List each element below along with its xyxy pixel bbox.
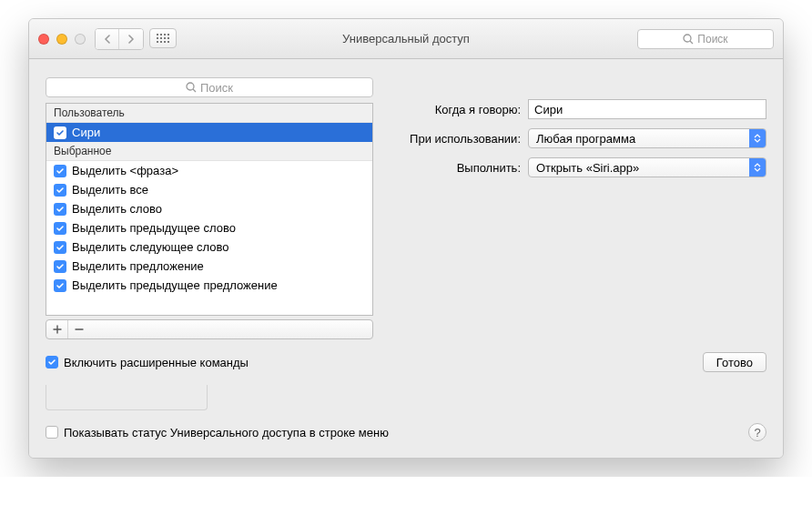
- checkbox-icon[interactable]: [54, 241, 66, 254]
- list-item[interactable]: Выделить предыдущее слово: [46, 218, 372, 237]
- list-item-label: Сири: [72, 126, 100, 139]
- svg-rect-8: [157, 41, 158, 43]
- list-item-label: Выделить предыдущее предложение: [72, 278, 278, 292]
- checkbox-icon[interactable]: [54, 222, 66, 235]
- svg-line-13: [690, 41, 693, 44]
- perform-popup[interactable]: Открыть «Siri.app»: [528, 157, 766, 177]
- commands-sheet: Поиск Пользователь Сири Выбранное: [46, 68, 766, 372]
- add-remove-control: [46, 319, 373, 339]
- back-button[interactable]: [96, 29, 119, 49]
- enable-advanced-label: Включить расширенные команды: [64, 356, 249, 369]
- commands-search-placeholder: Поиск: [200, 81, 233, 95]
- search-icon: [186, 82, 197, 93]
- perform-value: Открыть «Siri.app»: [536, 161, 639, 175]
- chevron-left-icon: [104, 35, 111, 44]
- list-item[interactable]: Выделить слово: [46, 199, 372, 218]
- add-button[interactable]: [46, 320, 68, 338]
- list-item-label: Выделить следующее слово: [72, 240, 229, 254]
- while-using-popup[interactable]: Любая программа: [528, 128, 766, 148]
- toolbar-nav: [95, 28, 177, 50]
- group-header-favorites: Выбранное: [46, 142, 372, 161]
- window-body: Поиск Пользователь Сири Выбранное: [29, 59, 783, 458]
- list-item[interactable]: Выделить предыдущее предложение: [46, 276, 372, 295]
- enable-advanced-commands[interactable]: Включить расширенные команды: [46, 356, 249, 369]
- minus-icon: [75, 325, 84, 334]
- updown-icon: [749, 129, 766, 147]
- svg-rect-2: [164, 34, 166, 35]
- commands-list[interactable]: Пользователь Сири Выбранное Выделить <фр…: [46, 103, 373, 316]
- zoom-window-button[interactable]: [75, 34, 86, 45]
- checkbox-icon[interactable]: [54, 279, 66, 292]
- show-all-button[interactable]: [149, 28, 177, 48]
- traffic-lights: [38, 34, 86, 45]
- help-button[interactable]: ?: [748, 423, 766, 441]
- list-item[interactable]: Выделить <фраза>: [46, 161, 372, 180]
- close-window-button[interactable]: [38, 34, 49, 45]
- toolbar-search[interactable]: Поиск: [637, 29, 774, 49]
- svg-rect-0: [157, 34, 158, 35]
- background-box: [46, 385, 208, 410]
- perform-label: Выполнить:: [386, 161, 528, 175]
- left-pane: Поиск Пользователь Сири Выбранное: [46, 77, 373, 339]
- checkbox-icon[interactable]: [54, 260, 66, 273]
- list-item-label: Выделить все: [72, 183, 148, 197]
- right-pane: Когда я говорю: При использовании: Любая…: [386, 77, 766, 339]
- done-button[interactable]: Готово: [703, 352, 766, 372]
- while-using-label: При использовании:: [386, 132, 528, 146]
- minimize-window-button[interactable]: [56, 34, 67, 45]
- group-header-user: Пользователь: [46, 104, 372, 123]
- plus-icon: [53, 325, 62, 334]
- checkbox-icon[interactable]: [54, 203, 66, 216]
- svg-rect-4: [157, 37, 158, 39]
- commands-search[interactable]: Поиск: [46, 77, 373, 97]
- nav-seg: [95, 28, 144, 50]
- checkbox-icon[interactable]: [54, 126, 66, 139]
- search-icon: [683, 34, 694, 45]
- while-using-value: Любая программа: [536, 132, 635, 146]
- checkbox-icon[interactable]: [54, 184, 66, 197]
- updown-icon: [749, 158, 766, 177]
- when-i-say-input[interactable]: [528, 99, 766, 119]
- when-i-say-label: Когда я говорю:: [386, 103, 528, 116]
- svg-rect-6: [164, 37, 166, 39]
- list-item-label: Выделить слово: [72, 202, 162, 216]
- svg-point-12: [684, 35, 691, 42]
- svg-rect-5: [160, 37, 162, 39]
- toolbar-search-placeholder: Поиск: [697, 33, 727, 45]
- svg-rect-10: [164, 41, 166, 43]
- checkbox-icon: [46, 356, 58, 369]
- list-item[interactable]: Выделить все: [46, 180, 372, 199]
- remove-button[interactable]: [68, 320, 90, 338]
- list-item[interactable]: Выделить следующее слово: [46, 237, 372, 257]
- svg-rect-9: [160, 41, 162, 43]
- checkbox-icon[interactable]: [54, 165, 66, 177]
- list-item-label: Выделить предыдущее слово: [72, 221, 236, 235]
- svg-point-14: [187, 83, 194, 90]
- show-status-label: Показывать статус Универсального доступа…: [64, 426, 389, 439]
- forward-button[interactable]: [119, 29, 143, 49]
- list-item-label: Выделить предложение: [72, 259, 204, 273]
- list-item[interactable]: Сири: [46, 123, 372, 142]
- show-status-in-menubar[interactable]: Показывать статус Универсального доступа…: [46, 426, 389, 439]
- svg-rect-3: [167, 34, 169, 35]
- checkbox-icon: [46, 426, 58, 439]
- svg-rect-1: [160, 34, 162, 35]
- list-item[interactable]: Выделить предложение: [46, 257, 372, 276]
- list-item-label: Выделить <фраза>: [72, 164, 178, 177]
- titlebar: Универсальный доступ Поиск: [29, 19, 783, 59]
- svg-rect-7: [167, 37, 169, 39]
- chevron-right-icon: [127, 35, 135, 44]
- grid-icon: [157, 34, 169, 43]
- svg-line-15: [193, 89, 196, 92]
- svg-rect-11: [167, 41, 169, 43]
- prefs-window: Универсальный доступ Поиск Поиск: [28, 18, 784, 459]
